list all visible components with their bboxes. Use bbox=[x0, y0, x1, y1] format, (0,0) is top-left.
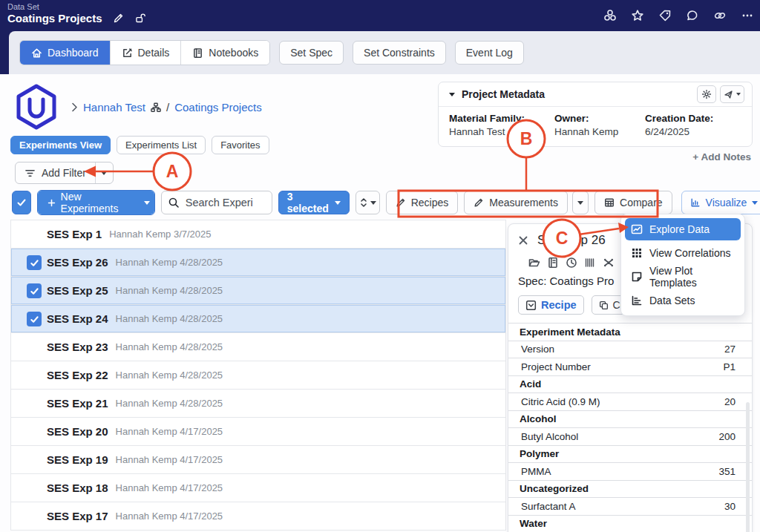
barcode-icon[interactable] bbox=[584, 257, 596, 269]
row-checkbox[interactable] bbox=[27, 255, 42, 270]
copy-icon bbox=[599, 301, 609, 310]
select-all-checkbox-button[interactable] bbox=[12, 191, 31, 214]
tab-experiments-list[interactable]: Experiments List bbox=[117, 136, 206, 154]
pencil-icon bbox=[474, 197, 484, 208]
breadcrumb-parent-link[interactable]: Hannah Test bbox=[83, 101, 145, 114]
unlock-icon[interactable] bbox=[134, 13, 145, 24]
new-experiments-dropdown-caret[interactable] bbox=[139, 191, 154, 214]
table-row[interactable]: Citric Acid (0.9 M)20 bbox=[508, 393, 752, 411]
metadata-share-dropdown-button[interactable] bbox=[720, 85, 744, 103]
table-row[interactable]: Butyl Alcohol200 bbox=[508, 428, 752, 446]
table-grid-icon bbox=[604, 197, 615, 208]
app-window: Data Set Coatings Projects bbox=[0, 0, 760, 532]
tab-details[interactable]: Details bbox=[110, 41, 181, 65]
uncountable-logo bbox=[15, 83, 58, 131]
edit-title-icon[interactable] bbox=[113, 13, 124, 24]
table-row[interactable]: PMMA351 bbox=[508, 463, 752, 481]
table-row[interactable]: Surfactant A30 bbox=[508, 498, 752, 516]
dataset-eyebrow: Data Set bbox=[7, 2, 39, 11]
menu-item-explore-data[interactable]: Explore Data bbox=[625, 218, 741, 240]
tab-experiments-view[interactable]: Experiments View bbox=[10, 136, 111, 154]
send-icon bbox=[724, 90, 733, 99]
pencil-icon bbox=[396, 197, 406, 208]
visualize-button[interactable]: Visualize bbox=[681, 191, 760, 214]
breadcrumb: Hannah Test / Coatings Projects bbox=[71, 101, 262, 114]
line-chart-icon bbox=[631, 223, 643, 235]
experiments-list: SES Exp 1Hannah Kemp 3/7/2025 SES Exp 26… bbox=[10, 220, 506, 531]
metadata-field: Material Family: Hannah Test bbox=[449, 113, 554, 137]
experiment-row[interactable]: SES Exp 23Hannah Kemp 4/28/2025 bbox=[11, 333, 505, 361]
plus-icon bbox=[48, 198, 56, 208]
gear-icon bbox=[701, 89, 712, 99]
dataset-nav-tabs: Dashboard Details Notebooks Set Spec Set… bbox=[19, 41, 524, 65]
chat-icon[interactable] bbox=[686, 9, 699, 22]
measurements-dropdown-caret[interactable] bbox=[572, 191, 589, 214]
compare-button[interactable]: Compare bbox=[594, 191, 672, 214]
row-checkbox[interactable] bbox=[27, 283, 42, 298]
table-section-row: Experiment Metadata bbox=[508, 324, 752, 341]
molecule-icon[interactable] bbox=[603, 9, 617, 22]
experiment-row[interactable]: SES Exp 24Hannah Kemp 4/28/2025 bbox=[11, 305, 505, 333]
new-experiments-button[interactable]: New Experiments bbox=[38, 191, 140, 214]
experiment-row[interactable]: SES Exp 20Hannah Kemp 4/17/2025 bbox=[11, 418, 505, 446]
recipe-toggle-button[interactable]: Recipe bbox=[518, 295, 584, 315]
experiment-row[interactable]: SES Exp 17Hannah Kemp 4/17/2025 bbox=[11, 502, 505, 531]
collapse-caret-icon[interactable] bbox=[449, 93, 455, 96]
tag-icon[interactable] bbox=[658, 9, 672, 22]
search-box bbox=[161, 191, 272, 214]
table-row[interactable]: Project NumberP1 bbox=[508, 358, 752, 376]
experiment-row[interactable]: SES Exp 19Hannah Kemp 4/17/2025 bbox=[11, 446, 505, 474]
recipes-button[interactable]: Recipes bbox=[386, 191, 459, 214]
breadcrumb-current-link[interactable]: Coatings Projects bbox=[174, 101, 262, 114]
dataset-title: Coatings Projects bbox=[7, 12, 102, 24]
add-notes-button[interactable]: + Add Notes bbox=[692, 151, 751, 162]
tab-notebooks[interactable]: Notebooks bbox=[180, 41, 269, 65]
tab-set-spec[interactable]: Set Spec bbox=[279, 41, 344, 65]
new-experiments-split-button: New Experiments bbox=[37, 190, 155, 215]
scrollbar[interactable] bbox=[746, 402, 750, 532]
selected-count-dropdown[interactable]: 3 selected bbox=[278, 191, 350, 214]
experiment-row[interactable]: SES Exp 25Hannah Kemp 4/28/2025 bbox=[11, 277, 505, 305]
menu-item-view-correlations[interactable]: View Correlations bbox=[625, 242, 741, 264]
metadata-settings-button[interactable] bbox=[697, 85, 716, 103]
row-checkbox[interactable] bbox=[27, 312, 42, 326]
measurements-button[interactable]: Measurements bbox=[464, 191, 568, 214]
tab-dashboard[interactable]: Dashboard bbox=[20, 41, 110, 65]
ellipsis-icon[interactable] bbox=[741, 9, 754, 22]
notebook-icon bbox=[192, 47, 203, 59]
table-section-row: Acid bbox=[508, 376, 752, 394]
add-filter-dropdown-caret[interactable] bbox=[95, 162, 113, 183]
experiment-row[interactable]: SES Exp 18Hannah Kemp 4/17/2025 bbox=[11, 474, 505, 502]
sort-order-button[interactable] bbox=[356, 191, 380, 214]
experiment-row[interactable]: SES Exp 26Hannah Kemp 4/28/2025 bbox=[11, 249, 505, 277]
clock-icon[interactable] bbox=[566, 257, 577, 269]
star-icon[interactable] bbox=[631, 9, 644, 22]
check-icon bbox=[30, 315, 39, 324]
folder-icon[interactable] bbox=[528, 257, 540, 269]
tab-card: Dashboard Details Notebooks Set Spec Set… bbox=[9, 31, 760, 74]
sitemap-icon[interactable] bbox=[151, 102, 161, 113]
menu-item-view-plot-templates[interactable]: View Plot Templates bbox=[625, 266, 741, 288]
close-icon[interactable] bbox=[518, 235, 528, 246]
table-section-row: Alcohol bbox=[508, 411, 752, 429]
experiment-row[interactable]: SES Exp 1Hannah Kemp 3/7/2025 bbox=[11, 220, 505, 249]
network-icon[interactable] bbox=[603, 257, 615, 269]
menu-item-data-sets[interactable]: Data Sets bbox=[625, 289, 741, 312]
tab-favorites[interactable]: Favorites bbox=[212, 136, 269, 154]
journal-icon[interactable] bbox=[547, 257, 559, 269]
experiment-row[interactable]: SES Exp 22Hannah Kemp 4/28/2025 bbox=[11, 361, 505, 390]
chevron-right-icon bbox=[71, 102, 78, 112]
recipe-table: Experiment Metadata Version27 Project Nu… bbox=[508, 323, 752, 532]
experiments-toolbar: New Experiments 3 selected Recipes bbox=[12, 191, 760, 214]
view-tabs: Experiments View Experiments List Favori… bbox=[10, 136, 269, 154]
table-row[interactable]: Version27 bbox=[508, 341, 752, 359]
tab-event-log[interactable]: Event Log bbox=[455, 41, 524, 65]
link-icon[interactable] bbox=[713, 9, 727, 22]
add-filter-button[interactable]: Add Filter bbox=[16, 162, 95, 183]
tab-set-constraints[interactable]: Set Constraints bbox=[353, 41, 446, 65]
project-metadata-title: Project Metadata bbox=[462, 88, 697, 100]
top-navy-bar: Data Set Coatings Projects bbox=[0, 0, 760, 31]
main-content: Hannah Test / Coatings Projects Experime… bbox=[0, 74, 760, 532]
note-icon bbox=[631, 271, 643, 283]
experiment-row[interactable]: SES Exp 21Hannah Kemp 4/28/2025 bbox=[11, 390, 505, 418]
